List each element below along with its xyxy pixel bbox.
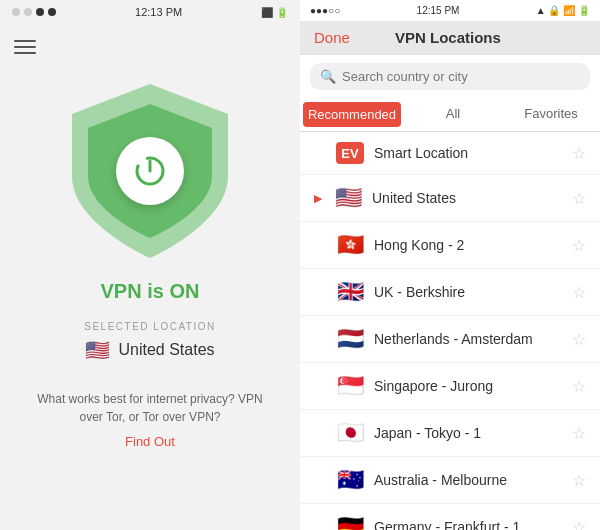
status-dots-right: ●●●○○: [310, 5, 340, 16]
hamburger-menu[interactable]: [0, 28, 50, 66]
done-button[interactable]: Done: [314, 29, 350, 46]
location-name: United States: [372, 190, 562, 206]
list-item[interactable]: 🇩🇪Germany - Frankfurt - 1☆: [300, 504, 600, 530]
selected-location-label: SELECTED LOCATION: [84, 321, 215, 332]
left-status-bar: 12:13 PM ⬛ 🔋: [0, 0, 300, 24]
list-item[interactable]: ▶🇺🇸United States☆: [300, 175, 600, 222]
location-list: EVSmart Location☆▶🇺🇸United States☆🇭🇰Hong…: [300, 132, 600, 530]
header-title: VPN Locations: [395, 29, 501, 46]
location-name: Smart Location: [374, 145, 562, 161]
favorite-star[interactable]: ☆: [572, 283, 586, 302]
location-name: Australia - Melbourne: [374, 472, 562, 488]
list-item[interactable]: 🇸🇬Singapore - Jurong☆: [300, 363, 600, 410]
left-time: 12:13 PM: [135, 6, 182, 18]
list-item[interactable]: 🇦🇺Australia - Melbourne☆: [300, 457, 600, 504]
dot-1: [12, 8, 20, 16]
list-item[interactable]: EVSmart Location☆: [300, 132, 600, 175]
favorite-star[interactable]: ☆: [572, 424, 586, 443]
selected-location: 🇺🇸 United States: [85, 338, 214, 362]
location-name: Singapore - Jurong: [374, 378, 562, 394]
location-name: Germany - Frankfurt - 1: [374, 519, 562, 530]
search-bar: 🔍: [310, 63, 590, 90]
favorite-star[interactable]: ☆: [572, 189, 586, 208]
tab-all[interactable]: All: [404, 98, 502, 131]
location-name: Netherlands - Amsterdam: [374, 331, 562, 347]
search-input[interactable]: [342, 69, 580, 84]
right-status-icons: ▲ 🔒 📶 🔋: [536, 5, 590, 16]
favorite-star[interactable]: ☆: [572, 236, 586, 255]
power-button[interactable]: [116, 137, 184, 205]
favorite-star[interactable]: ☆: [572, 144, 586, 163]
favorite-star[interactable]: ☆: [572, 518, 586, 531]
list-item[interactable]: 🇭🇰Hong Kong - 2☆: [300, 222, 600, 269]
flag-icon: 🇬🇧: [336, 279, 364, 305]
right-panel: ●●●○○ 12:15 PM ▲ 🔒 📶 🔋 Done VPN Location…: [300, 0, 600, 530]
list-item[interactable]: 🇳🇱Netherlands - Amsterdam☆: [300, 316, 600, 363]
selected-flag: 🇺🇸: [85, 338, 110, 362]
ev-icon: EV: [336, 142, 364, 164]
flag-icon: 🇦🇺: [336, 467, 364, 493]
flag-icon: 🇸🇬: [336, 373, 364, 399]
location-name: Japan - Tokyo - 1: [374, 425, 562, 441]
shield-container: [60, 76, 240, 266]
right-header: Done VPN Locations: [300, 21, 600, 55]
favorite-star[interactable]: ☆: [572, 330, 586, 349]
list-item[interactable]: 🇯🇵Japan - Tokyo - 1☆: [300, 410, 600, 457]
tab-favorites[interactable]: Favorites: [502, 98, 600, 131]
dot-4: [48, 8, 56, 16]
flag-icon: 🇳🇱: [336, 326, 364, 352]
flag-icon: 🇭🇰: [336, 232, 364, 258]
left-status-icons: ⬛ 🔋: [261, 7, 288, 18]
left-panel: 12:13 PM ⬛ 🔋 VPN is ON SELECTED LOCATION…: [0, 0, 300, 530]
flag-icon: 🇯🇵: [336, 420, 364, 446]
vpn-status-text: VPN is ON: [101, 280, 200, 303]
privacy-text: What works best for internet privacy? VP…: [0, 390, 300, 426]
signal-dots: [12, 8, 56, 16]
right-status-bar: ●●●○○ 12:15 PM ▲ 🔒 📶 🔋: [300, 0, 600, 21]
dot-3: [36, 8, 44, 16]
flag-icon: 🇩🇪: [336, 514, 364, 530]
tab-recommended[interactable]: Recommended: [303, 102, 401, 127]
chevron-icon: ▶: [314, 192, 322, 205]
location-name: UK - Berkshire: [374, 284, 562, 300]
location-name: Hong Kong - 2: [374, 237, 562, 253]
power-icon: [134, 155, 166, 187]
favorite-star[interactable]: ☆: [572, 471, 586, 490]
tabs-row: Recommended All Favorites: [300, 98, 600, 132]
flag-icon: 🇺🇸: [334, 185, 362, 211]
favorite-star[interactable]: ☆: [572, 377, 586, 396]
find-out-link[interactable]: Find Out: [125, 434, 175, 449]
right-time: 12:15 PM: [417, 5, 460, 16]
list-item[interactable]: 🇬🇧UK - Berkshire☆: [300, 269, 600, 316]
search-icon: 🔍: [320, 69, 336, 84]
selected-location-name: United States: [118, 341, 214, 359]
dot-2: [24, 8, 32, 16]
